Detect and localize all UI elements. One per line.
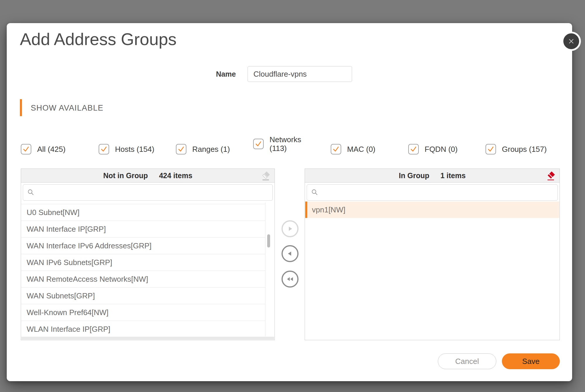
list-item[interactable]: WAN IPv6 Subnets[GRP] (21, 254, 265, 271)
not-in-group-panel: Not in Group 424 items U0 Subnet[NW] (21, 169, 275, 340)
save-button[interactable]: Save (502, 353, 560, 369)
filter-all[interactable]: All (425) (21, 141, 66, 157)
filter-label: Ranges (1) (192, 145, 230, 154)
dialog-title: Add Address Groups (20, 30, 176, 49)
list-item[interactable]: WAN Subnets[GRP] (21, 288, 265, 304)
filter-hosts[interactable]: Hosts (154) (99, 141, 154, 157)
in-group-header: In Group 1 items (305, 169, 560, 183)
selected-list-item[interactable]: vpn1[NW] (305, 202, 559, 218)
checkbox-checked-icon[interactable] (331, 144, 341, 154)
filter-label: Hosts (154) (115, 145, 154, 154)
cancel-label: Cancel (455, 357, 479, 366)
move-all-left-button[interactable] (282, 271, 298, 288)
list-item[interactable]: U0 Subnet[NW] (21, 204, 265, 221)
double-arrow-left-icon (286, 276, 294, 282)
list-item[interactable]: WAN Interface IPv6 Addresses[GRP] (21, 238, 265, 254)
filter-label: All (425) (37, 145, 66, 154)
checkbox-checked-icon[interactable] (176, 144, 186, 154)
in-group-search-input[interactable] (322, 184, 557, 201)
checkbox-checked-icon[interactable] (486, 144, 496, 154)
search-box (23, 184, 273, 201)
section-title: SHOW AVAILABLE (31, 104, 103, 113)
search-icon (311, 189, 319, 196)
panel-title: Not in Group (103, 171, 148, 180)
vertical-scrollbar[interactable] (265, 203, 274, 336)
filter-groups[interactable]: Groups (157) (486, 141, 547, 157)
search-icon (27, 189, 35, 196)
list-item[interactable]: WAN RemoteAccess Networks[NW] (21, 271, 265, 288)
section-accent-bar (20, 99, 22, 116)
name-label: Name (207, 70, 236, 78)
scrollbar-thumb[interactable] (267, 234, 270, 247)
filter-label: Groups (157) (502, 145, 547, 154)
list-item-label: vpn1[NW] (312, 205, 345, 214)
not-in-group-search-input[interactable] (38, 184, 272, 201)
checkbox-checked-icon[interactable] (99, 144, 109, 154)
panel-count: 424 items (159, 171, 192, 180)
filter-fqdn[interactable]: FQDN (0) (408, 141, 458, 157)
not-in-group-header: Not in Group 424 items (21, 169, 275, 183)
cancel-button[interactable]: Cancel (438, 353, 496, 369)
group-name-input[interactable] (248, 66, 352, 82)
move-left-button[interactable] (282, 245, 298, 262)
search-box (307, 184, 558, 201)
move-right-button[interactable] (282, 220, 298, 237)
panel-count: 1 items (440, 171, 466, 180)
filter-label: Networks (113) (270, 135, 307, 153)
save-label: Save (522, 357, 539, 366)
add-address-groups-dialog: Add Address Groups Name SHOW AVAILABLE A… (7, 23, 572, 381)
arrow-left-icon (287, 250, 293, 257)
horizontal-scrollbar[interactable] (21, 337, 274, 340)
filter-mac[interactable]: MAC (0) (331, 141, 375, 157)
panel-title: In Group (399, 171, 429, 180)
close-icon (563, 33, 579, 49)
filter-label: FQDN (0) (425, 145, 458, 154)
eraser-icon[interactable] (261, 171, 270, 181)
checkbox-checked-icon[interactable] (408, 144, 419, 154)
filter-label: MAC (0) (347, 145, 375, 154)
list-item[interactable]: WAN Interface IP[GRP] (21, 221, 265, 238)
filter-ranges[interactable]: Ranges (1) (176, 141, 230, 157)
screen-overlay: Add Address Groups Name SHOW AVAILABLE A… (0, 0, 585, 392)
arrow-right-icon (287, 226, 293, 232)
checkbox-checked-icon[interactable] (253, 139, 264, 149)
selection-accent-bar (305, 202, 307, 218)
filter-networks[interactable]: Networks (113) (253, 136, 307, 152)
list-item[interactable]: WLAN Interface IP[GRP] (21, 321, 265, 336)
in-group-panel: In Group 1 items (305, 169, 560, 340)
close-button[interactable] (562, 32, 581, 51)
not-in-group-list: U0 Subnet[NW] WAN Interface IP[GRP] WAN … (21, 204, 265, 336)
eraser-icon-red[interactable] (546, 171, 555, 181)
checkbox-checked-icon[interactable] (21, 144, 31, 154)
list-item[interactable]: Well-Known Pref64[NW] (21, 304, 265, 321)
